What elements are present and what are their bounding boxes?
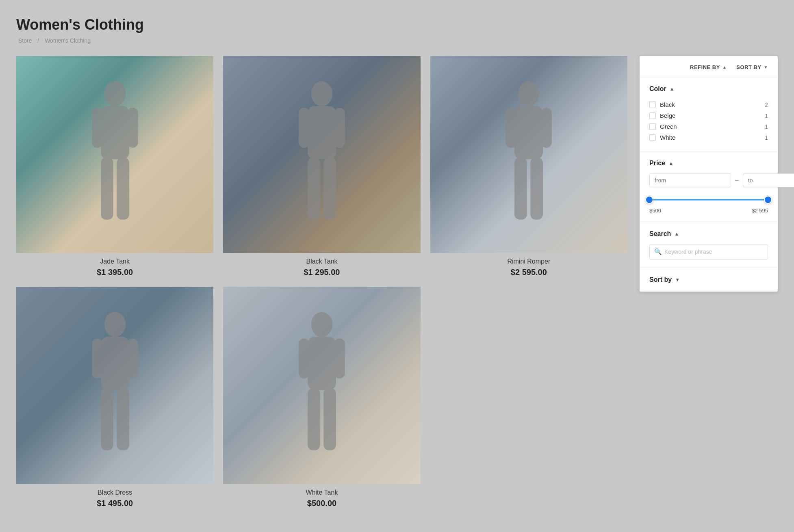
- breadcrumb: Store / Women's Clothing: [16, 37, 778, 44]
- product-name-black-dress: Black Dress: [16, 489, 213, 496]
- color-item-black[interactable]: Black 2: [649, 99, 768, 110]
- color-section: Color ▲ Black 2 Beige 1 Green 1: [640, 77, 778, 151]
- color-section-title[interactable]: Color ▲: [649, 85, 768, 93]
- color-checkbox-white[interactable]: [649, 134, 656, 141]
- filter-sidebar: REFINE BY ▲ SORT BY ▼ Color ▲ Black 2: [640, 56, 778, 292]
- main-layout: Jade Tank $1 395.00 Black Tank $1 295.00: [16, 56, 778, 508]
- search-input[interactable]: [649, 244, 768, 260]
- svg-rect-10: [308, 157, 320, 219]
- color-count-beige: 1: [765, 112, 768, 119]
- color-name-white: White: [660, 134, 675, 141]
- sidebar-header: REFINE BY ▲ SORT BY ▼: [640, 56, 778, 77]
- search-input-wrap: 🔍: [649, 244, 768, 260]
- color-checkbox-green[interactable]: [649, 123, 656, 130]
- color-label: Color: [649, 85, 666, 93]
- product-price-black-tank: $1 295.00: [223, 268, 420, 277]
- svg-point-0: [104, 81, 125, 106]
- search-section-title[interactable]: Search ▲: [649, 230, 768, 238]
- svg-rect-15: [541, 108, 552, 147]
- svg-point-6: [311, 81, 332, 106]
- price-range-thumb-max[interactable]: [764, 196, 772, 204]
- svg-point-18: [104, 312, 125, 337]
- color-count-green: 1: [765, 123, 768, 130]
- product-name-jade-tank: Jade Tank: [16, 258, 213, 265]
- price-range-track: [649, 199, 768, 201]
- svg-rect-8: [299, 108, 309, 147]
- svg-rect-21: [127, 339, 138, 378]
- price-section-title[interactable]: Price ▲: [649, 160, 768, 167]
- sort-by-header-label: SORT BY: [736, 64, 761, 70]
- product-price-jade-tank: $1 395.00: [16, 268, 213, 277]
- svg-rect-16: [514, 157, 527, 219]
- refine-by-button[interactable]: REFINE BY ▲: [690, 64, 727, 70]
- svg-rect-5: [117, 157, 129, 219]
- product-card-jade-tank[interactable]: Jade Tank $1 395.00: [16, 56, 213, 277]
- price-range-labels: $500 $2 595: [649, 208, 768, 214]
- color-checkbox-beige[interactable]: [649, 112, 656, 119]
- refine-by-chevron-icon: ▲: [722, 65, 727, 69]
- search-label: Search: [649, 230, 671, 238]
- price-max-label: $2 595: [752, 208, 768, 214]
- product-name-black-tank: Black Tank: [223, 258, 420, 265]
- product-name-rimini-romper: Rimini Romper: [430, 258, 627, 265]
- product-card-rimini-romper[interactable]: Rimini Romper $2 595.00: [430, 56, 627, 277]
- color-name-green: Green: [660, 123, 677, 130]
- price-label: Price: [649, 160, 665, 167]
- product-card-white-tank[interactable]: White Tank $500.00: [223, 287, 420, 508]
- search-chevron-icon: ▲: [674, 231, 679, 237]
- svg-rect-29: [323, 388, 336, 450]
- product-image-rimini-romper: [430, 56, 627, 253]
- breadcrumb-store[interactable]: Store: [18, 37, 32, 44]
- page-title: Women's Clothing: [16, 16, 778, 33]
- color-chevron-icon: ▲: [670, 86, 675, 92]
- product-price-black-dress: $1 495.00: [16, 499, 213, 508]
- color-name-beige: Beige: [660, 112, 675, 119]
- product-image-black-dress: [16, 287, 213, 484]
- products-grid: Jade Tank $1 395.00 Black Tank $1 295.00: [16, 56, 627, 508]
- color-item-white[interactable]: White 1: [649, 132, 768, 143]
- price-range-slider[interactable]: [649, 195, 768, 204]
- price-to-input[interactable]: [743, 173, 794, 187]
- color-checkbox-black[interactable]: [649, 102, 656, 108]
- color-count-white: 1: [765, 134, 768, 141]
- price-from-input[interactable]: [649, 173, 731, 187]
- color-item-beige[interactable]: Beige 1: [649, 110, 768, 121]
- product-price-white-tank: $500.00: [223, 499, 420, 508]
- svg-rect-23: [117, 388, 129, 450]
- sort-label: Sort by: [649, 276, 672, 283]
- color-count-black: 2: [765, 102, 768, 108]
- sort-by-header-button[interactable]: SORT BY ▼: [736, 64, 768, 70]
- product-card-black-dress[interactable]: Black Dress $1 495.00: [16, 287, 213, 508]
- color-list: Black 2 Beige 1 Green 1 White 1: [649, 99, 768, 143]
- color-item-green[interactable]: Green 1: [649, 121, 768, 132]
- product-price-rimini-romper: $2 595.00: [430, 268, 627, 277]
- svg-point-12: [518, 81, 539, 106]
- svg-rect-14: [506, 108, 516, 147]
- color-item-left: White: [649, 134, 675, 141]
- price-min-label: $500: [649, 208, 661, 214]
- color-name-black: Black: [660, 101, 675, 108]
- svg-rect-25: [308, 337, 336, 390]
- color-item-left: Green: [649, 123, 677, 130]
- price-range-thumb-min[interactable]: [645, 196, 653, 204]
- product-image-black-tank: [223, 56, 420, 253]
- sort-chevron-icon: ▼: [675, 277, 680, 283]
- svg-point-24: [311, 312, 332, 337]
- search-section: Search ▲ 🔍: [640, 222, 778, 268]
- svg-rect-11: [323, 157, 336, 219]
- product-card-black-tank[interactable]: Black Tank $1 295.00: [223, 56, 420, 277]
- svg-rect-26: [299, 339, 309, 378]
- sort-section[interactable]: Sort by ▼: [640, 268, 778, 292]
- svg-rect-4: [101, 157, 113, 219]
- svg-rect-13: [514, 106, 543, 159]
- svg-rect-27: [334, 339, 345, 378]
- svg-rect-22: [101, 388, 113, 450]
- product-image-white-tank: [223, 287, 420, 484]
- color-item-left: Black: [649, 101, 675, 108]
- product-name-white-tank: White Tank: [223, 489, 420, 496]
- svg-rect-20: [92, 339, 102, 378]
- product-image-jade-tank: [16, 56, 213, 253]
- svg-rect-19: [101, 337, 129, 390]
- price-inputs: –: [649, 173, 768, 187]
- price-chevron-icon: ▲: [668, 160, 673, 166]
